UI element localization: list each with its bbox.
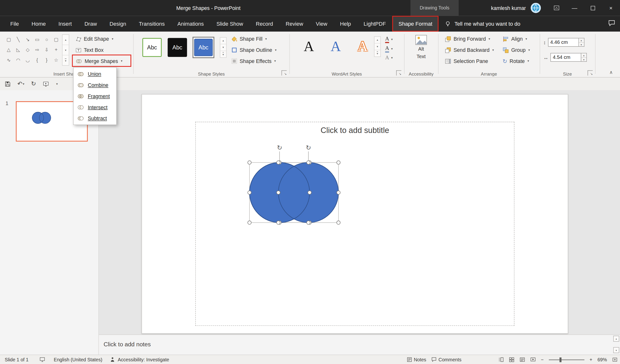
tab-shape-format[interactable]: Shape Format [392, 16, 439, 31]
maximize-button[interactable] [584, 0, 602, 16]
tab-transitions[interactable]: Transitions [132, 16, 171, 31]
save-button[interactable] [5, 81, 11, 87]
text-outline-button[interactable]: A ▾ [385, 45, 393, 53]
shape-width-input[interactable] [550, 53, 581, 62]
shape-tool-icon[interactable]: ◡ [23, 55, 32, 65]
bring-forward-button[interactable]: Bring Forward ▾ [443, 34, 492, 44]
width-step-up-button[interactable]: ▴ [581, 53, 586, 57]
scroll-down-button[interactable]: ▾ [613, 347, 619, 353]
tell-me-box[interactable]: Tell me what you want to do [445, 16, 520, 31]
menu-item-subtract[interactable]: Subtract [74, 113, 116, 124]
shape-tool-icon[interactable]: ▭ [32, 34, 42, 45]
rotate-button[interactable]: ↻ Rotate ▾ [501, 56, 531, 66]
align-button[interactable]: Align ▾ [501, 34, 529, 44]
tab-record[interactable]: Record [249, 16, 279, 31]
accessibility-status-button[interactable]: Accessibility: Investigate [118, 357, 169, 362]
menu-item-combine[interactable]: Combine [74, 79, 116, 91]
menu-item-intersect[interactable]: Intersect [74, 102, 116, 113]
zoom-in-button[interactable]: + [589, 357, 592, 362]
gallery-scroll-up-button[interactable]: ▴ [62, 35, 69, 45]
shape-outline-button[interactable]: Shape Outline ▾ [229, 45, 279, 55]
shape-tool-icon[interactable]: ⇨ [32, 45, 42, 55]
zoom-slider[interactable] [549, 359, 584, 360]
shape-style-thumbnail-2[interactable]: Abc [168, 38, 187, 57]
zoom-level[interactable]: 69% [597, 357, 607, 362]
text-box-button[interactable]: Text Box [74, 45, 106, 55]
rotate-handle-right[interactable]: ↻ [306, 144, 311, 151]
collapse-ribbon-button[interactable]: ∧ [609, 70, 613, 75]
redo-button[interactable]: ↻ [31, 80, 36, 87]
tab-animations[interactable]: Animations [171, 16, 210, 31]
shape-tool-icon[interactable]: ▢ [4, 34, 13, 45]
wordart-style-1[interactable]: A [298, 36, 319, 57]
shape-tool-icon[interactable]: ↘ [23, 34, 32, 45]
tab-lightpdf[interactable]: LightPDF [357, 16, 392, 31]
group-button[interactable]: Group ▾ [501, 45, 532, 55]
customize-qat-button[interactable]: ▾ [56, 82, 58, 86]
shape-tool-icon[interactable]: ╲ [14, 34, 23, 45]
tab-slide-show[interactable]: Slide Show [210, 16, 250, 31]
edit-shape-button[interactable]: Edit Shape ▾ [74, 34, 115, 44]
reading-view-button[interactable] [519, 357, 525, 362]
styles-scroll-up-button[interactable]: ▴ [220, 38, 226, 44]
selection-pane-button[interactable]: Selection Pane [443, 56, 490, 66]
feedback-button[interactable] [608, 20, 615, 28]
menu-item-fragment[interactable]: Fragment [74, 91, 116, 102]
comments-toggle-button[interactable]: Comments [431, 357, 461, 362]
slide-editing-surface[interactable]: Click to add subtitle [141, 94, 568, 334]
send-backward-button[interactable]: Send Backward ▾ [443, 45, 496, 55]
notes-toggle-button[interactable]: Notes [407, 357, 426, 362]
display-settings-button[interactable] [39, 357, 45, 362]
ribbon-display-options-button[interactable] [547, 0, 566, 16]
wordart-style-3[interactable]: A [352, 36, 373, 57]
height-step-down-button[interactable]: ▾ [579, 42, 584, 46]
width-step-down-button[interactable]: ▾ [581, 57, 586, 61]
tab-draw[interactable]: Draw [78, 16, 103, 31]
shape-tool-icon[interactable]: ◇ [23, 45, 32, 55]
shape-tool-icon[interactable]: ⇩ [42, 45, 51, 55]
menu-item-union[interactable]: Union [74, 68, 116, 79]
wordart-scroll-up-button[interactable]: ▴ [374, 37, 380, 44]
minimize-button[interactable]: — [566, 0, 584, 16]
start-slideshow-button[interactable] [43, 81, 49, 87]
shape-height-input[interactable] [548, 38, 579, 47]
shape-tool-icon[interactable]: ☆ [51, 55, 61, 65]
tab-help[interactable]: Help [334, 16, 357, 31]
height-step-up-button[interactable]: ▴ [579, 38, 584, 42]
scroll-up-button[interactable]: ▴ [613, 336, 619, 341]
shape-tool-icon[interactable]: { [32, 55, 42, 65]
shape-selection[interactable]: ↻ ↻ [243, 140, 346, 228]
gallery-scroll-down-button[interactable]: ▾ [62, 45, 69, 55]
shape-tool-icon[interactable]: ○ [42, 34, 51, 45]
text-fill-button[interactable]: A ▾ [385, 36, 393, 43]
alt-text-button[interactable]: Alt Text [406, 32, 436, 60]
wordart-more-button[interactable]: ▾ [374, 50, 380, 56]
user-avatar[interactable] [531, 3, 541, 13]
slide-sorter-view-button[interactable] [509, 357, 514, 362]
text-effects-button[interactable]: A ▾ [385, 55, 393, 61]
tab-view[interactable]: View [310, 16, 334, 31]
slideshow-view-button[interactable] [530, 357, 536, 362]
rotate-handle-left[interactable]: ↻ [277, 144, 282, 151]
tab-design[interactable]: Design [103, 16, 132, 31]
tab-file[interactable]: File [4, 16, 25, 31]
undo-button[interactable]: ↶ ▾ [17, 80, 24, 87]
shape-tool-icon[interactable]: ▢ [51, 34, 61, 45]
merge-shapes-button[interactable]: Merge Shapes ▾ [74, 56, 124, 66]
tab-insert[interactable]: Insert [52, 16, 78, 31]
gallery-more-button[interactable]: ▾ [62, 55, 69, 65]
shape-tool-icon[interactable]: + [51, 45, 61, 55]
wordart-scroll-down-button[interactable]: ▾ [374, 44, 380, 50]
tab-home[interactable]: Home [25, 16, 52, 31]
zoom-slider-thumb[interactable] [559, 357, 561, 362]
shape-effects-button[interactable]: Shape Effects ▾ [229, 56, 278, 66]
normal-view-button[interactable] [498, 357, 504, 362]
styles-more-button[interactable]: ▾ [220, 51, 226, 57]
shape-style-thumbnail-1[interactable]: Abc [142, 38, 162, 57]
tab-review[interactable]: Review [279, 16, 310, 31]
language-button[interactable]: English (United States) [54, 357, 102, 362]
shape-fill-button[interactable]: Shape Fill ▾ [229, 34, 269, 44]
shape-style-thumbnail-3-selected[interactable]: Abc [193, 37, 214, 58]
zoom-out-button[interactable]: − [541, 357, 543, 362]
fit-to-window-button[interactable] [612, 357, 618, 362]
